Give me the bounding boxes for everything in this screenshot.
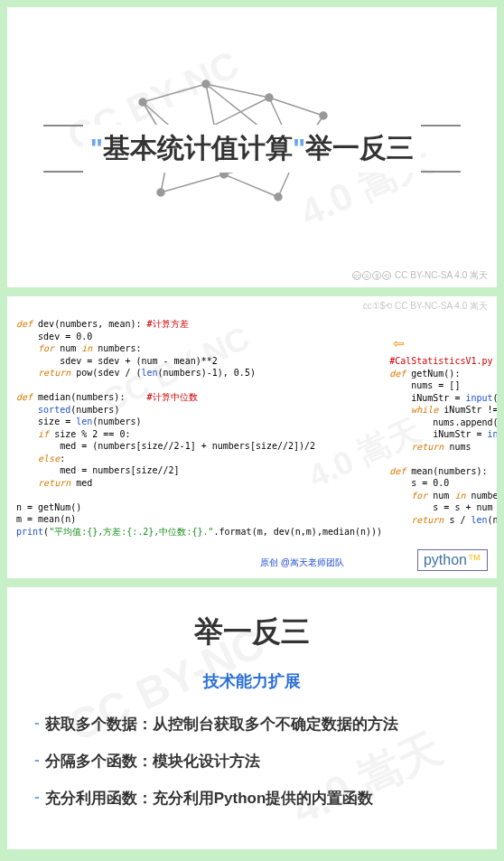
by-icon: ① bbox=[362, 271, 371, 280]
code-getnum-mean: #CalStatisticsV1.py def getNum(): #获取用户不… bbox=[389, 355, 497, 526]
svg-point-19 bbox=[320, 112, 327, 119]
svg-point-16 bbox=[139, 98, 146, 106]
python-logo: python™ bbox=[417, 549, 488, 571]
svg-line-14 bbox=[224, 174, 278, 197]
nc-icon: $ bbox=[372, 271, 381, 280]
summary-title: 举一反三 bbox=[34, 613, 470, 652]
svg-point-18 bbox=[266, 94, 273, 101]
license-header: cc①$⟲ CC BY-NC-SA 4.0 嵩天 bbox=[363, 300, 488, 313]
bullet-icon: - bbox=[34, 751, 40, 772]
code-block: def dev(numbers, mean): #计算方差 sdev = 0.0… bbox=[7, 296, 497, 547]
by-icon: ① bbox=[372, 301, 380, 311]
svg-line-12 bbox=[161, 174, 224, 192]
slide-summary: CC BY-NC 4.0 嵩天 举一反三 技术能力扩展 - 获取多个数据：从控制… bbox=[7, 587, 497, 849]
item-text: 充分利用函数：充分利用Python提供的内置函数 bbox=[45, 788, 374, 809]
code-left-column: def dev(numbers, mean): #计算方差 sdev = 0.0… bbox=[16, 318, 382, 538]
svg-point-17 bbox=[202, 80, 210, 88]
slide-title: CC BY-NC 4.0 嵩天 "基本统计值计算"举一反三 cc①$⟲ CC B… bbox=[7, 7, 497, 287]
sa-icon: ⟲ bbox=[382, 271, 391, 280]
bullet-icon: - bbox=[34, 788, 40, 809]
summary-subtitle: 技术能力扩展 bbox=[34, 670, 470, 692]
slide-code: CC BY-NC 4.0 嵩天 cc①$⟲ CC BY-NC-SA 4.0 嵩天… bbox=[7, 296, 497, 578]
sa-icon: ⟲ bbox=[385, 301, 392, 311]
code-dev-median: def dev(numbers, mean): #计算方差 sdev = 0.0… bbox=[16, 318, 382, 538]
item-text: 获取多个数据：从控制台获取多个不确定数据的方法 bbox=[45, 714, 398, 735]
list-item: - 分隔多个函数：模块化设计方法 bbox=[34, 751, 470, 772]
svg-point-23 bbox=[157, 189, 164, 196]
credit-text: 原创 @嵩天老师团队 bbox=[260, 557, 344, 569]
code-right-column: ⇦ #CalStatisticsV1.py def getNum(): #获取用… bbox=[389, 318, 497, 538]
bullet-icon: - bbox=[34, 714, 40, 735]
list-item: - 获取多个数据：从控制台获取多个不确定数据的方法 bbox=[34, 714, 470, 735]
svg-line-2 bbox=[269, 98, 323, 116]
main-title: "基本统计值计算"举一反三 bbox=[83, 125, 421, 173]
svg-point-24 bbox=[275, 193, 282, 201]
item-text: 分隔多个函数：模块化设计方法 bbox=[45, 751, 260, 772]
list-item: - 充分利用函数：充分利用Python提供的内置函数 bbox=[34, 788, 470, 809]
license-footer: cc①$⟲ CC BY-NC-SA 4.0 嵩天 bbox=[352, 269, 488, 282]
cc-icon: cc bbox=[363, 301, 372, 311]
arrow-left-icon: ⇦ bbox=[393, 331, 404, 355]
title-band: "基本统计值计算"举一反三 bbox=[7, 125, 497, 173]
cc-icon: cc bbox=[352, 271, 361, 280]
svg-line-0 bbox=[143, 84, 206, 102]
